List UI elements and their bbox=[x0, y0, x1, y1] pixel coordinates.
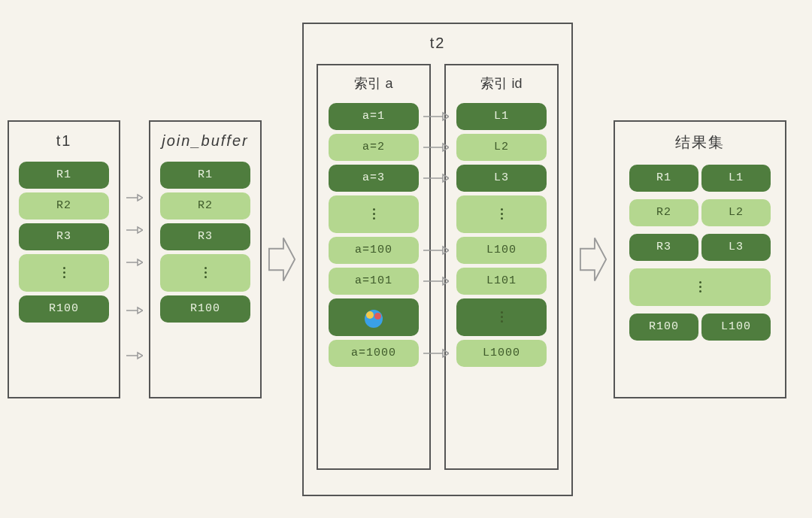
t1-row-1: R2 bbox=[19, 192, 109, 220]
result-row-2: R3L3 bbox=[629, 234, 771, 265]
panel-t2-title: t2 bbox=[430, 35, 446, 52]
index-a-row-5: a=101 bbox=[329, 268, 419, 295]
join-buffer-row-1-label: R2 bbox=[198, 199, 213, 212]
result-row-4-right-label: L100 bbox=[721, 320, 751, 333]
result-row-2-left: R3 bbox=[629, 234, 698, 261]
row-arrow-icon bbox=[423, 142, 449, 153]
index-id-row-2: L3 bbox=[456, 165, 547, 192]
result-row-0-left-label: R1 bbox=[656, 171, 671, 184]
index-a-row-3 bbox=[329, 195, 419, 233]
column-result: R1L1R2L2R3L3R100L100 bbox=[629, 165, 771, 348]
index-a-row-2: a=3 bbox=[329, 165, 419, 192]
result-row-2-right-label: L3 bbox=[729, 241, 744, 253]
index-a-row-1-label: a=2 bbox=[362, 141, 385, 153]
index-id-row-0: L1 bbox=[456, 103, 547, 130]
arrow-joinbuffer-to-t2 bbox=[268, 229, 296, 289]
panel-t1: t1 R1R2R3R100 bbox=[8, 120, 120, 398]
index-a-row-6 bbox=[329, 298, 419, 336]
panel-result-title: 结果集 bbox=[675, 132, 725, 153]
t1-row-4-label: R100 bbox=[49, 302, 79, 315]
index-a-title: 索引 a bbox=[354, 74, 392, 92]
join-buffer-row-3 bbox=[160, 254, 250, 292]
t1-row-4: R100 bbox=[19, 295, 109, 323]
result-row-4: R100L100 bbox=[629, 314, 771, 344]
row-arrow-icon bbox=[423, 173, 449, 183]
join-buffer-row-4: R100 bbox=[160, 295, 250, 323]
panel-join-buffer-title: join_buffer bbox=[162, 132, 248, 150]
result-row-3-left bbox=[629, 268, 771, 306]
index-id-row-4-label: L100 bbox=[486, 244, 517, 256]
result-row-1-right: L2 bbox=[701, 199, 771, 226]
panel-result: 结果集 R1L1R2L2R3L3R100L100 bbox=[614, 120, 786, 398]
panel-t1-title: t1 bbox=[56, 132, 72, 150]
index-a-row-4: a=100 bbox=[329, 237, 419, 264]
panel-t2: t2 索引 a a=1a=2a=3a=100a=101a=1000 索引 id … bbox=[302, 23, 573, 496]
panel-index-a: 索引 a a=1a=2a=3a=100a=101a=1000 bbox=[317, 64, 431, 470]
column-index-a: a=1a=2a=3a=100a=101a=1000 bbox=[329, 103, 419, 371]
arrows-t1-to-joinbuffer bbox=[126, 154, 143, 365]
result-row-2-left-label: R3 bbox=[656, 241, 671, 253]
result-row-3 bbox=[629, 268, 771, 310]
result-row-4-left-label: R100 bbox=[649, 320, 679, 333]
t1-row-0: R1 bbox=[19, 162, 109, 189]
result-row-1: R2L2 bbox=[629, 199, 771, 230]
panel-join-buffer: join_buffer R1R2R3R100 bbox=[149, 120, 262, 398]
arrow-t1-jb-3 bbox=[126, 304, 143, 314]
column-t1: R1R2R3R100 bbox=[19, 162, 109, 326]
result-row-4-right: L100 bbox=[701, 314, 771, 341]
result-row-1-right-label: L2 bbox=[729, 206, 744, 219]
t2-inner-row: 索引 a a=1a=2a=3a=100a=101a=1000 索引 id L1L… bbox=[317, 64, 559, 470]
index-id-row-7: L1000 bbox=[456, 340, 547, 367]
join-buffer-row-2-label: R3 bbox=[198, 230, 213, 243]
join-buffer-row-4-label: R100 bbox=[190, 302, 220, 315]
index-a-row-7-label: a=1000 bbox=[351, 347, 396, 359]
row-arrow-icon bbox=[423, 348, 449, 359]
watermark-icon bbox=[365, 310, 383, 328]
index-id-row-7-label: L1000 bbox=[483, 347, 520, 359]
result-row-0-right: L1 bbox=[701, 165, 771, 192]
index-id-row-0-label: L1 bbox=[494, 110, 509, 123]
row-arrow-icon bbox=[423, 111, 449, 122]
row-arrow-icon bbox=[423, 245, 449, 256]
t1-row-2: R3 bbox=[19, 223, 109, 250]
index-id-row-6 bbox=[456, 298, 547, 336]
arrow-t1-jb-1 bbox=[126, 224, 143, 233]
t1-row-0-label: R1 bbox=[56, 168, 71, 181]
index-a-row-5-label: a=101 bbox=[355, 274, 392, 287]
index-a-row-0-label: a=1 bbox=[362, 110, 385, 123]
result-row-4-left: R100 bbox=[629, 314, 698, 341]
index-id-row-5-label: L101 bbox=[486, 274, 517, 287]
result-row-1-left-label: R2 bbox=[656, 206, 671, 219]
arrow-t1-jb-2 bbox=[126, 256, 143, 265]
join-buffer-row-2: R3 bbox=[160, 223, 250, 250]
index-id-row-3 bbox=[456, 195, 547, 233]
result-row-2-right: L3 bbox=[701, 234, 771, 261]
index-id-row-5: L101 bbox=[456, 268, 547, 295]
join-buffer-row-0-label: R1 bbox=[198, 168, 213, 181]
column-index-id: L1L2L3L100L101L1000 bbox=[456, 103, 547, 371]
arrow-t1-jb-4 bbox=[126, 350, 143, 359]
arrow-t2-to-result bbox=[579, 229, 607, 289]
result-row-0: R1L1 bbox=[629, 165, 771, 195]
index-a-row-0: a=1 bbox=[329, 103, 419, 130]
result-row-0-left: R1 bbox=[629, 165, 698, 192]
index-id-title: 索引 id bbox=[480, 74, 522, 92]
index-a-row-4-label: a=100 bbox=[355, 244, 392, 256]
column-join-buffer: R1R2R3R100 bbox=[160, 162, 250, 326]
index-id-row-1: L2 bbox=[456, 134, 547, 161]
t1-row-3 bbox=[19, 254, 109, 292]
t1-row-1-label: R2 bbox=[56, 199, 71, 212]
join-buffer-row-0: R1 bbox=[160, 162, 250, 189]
t1-row-2-label: R3 bbox=[56, 230, 71, 243]
row-arrow-icon bbox=[423, 276, 449, 286]
result-row-1-left: R2 bbox=[629, 199, 698, 226]
index-a-row-1: a=2 bbox=[329, 134, 419, 161]
index-a-row-7: a=1000 bbox=[329, 340, 419, 367]
index-id-row-4: L100 bbox=[456, 237, 547, 264]
index-id-row-1-label: L2 bbox=[494, 141, 509, 153]
index-a-row-2-label: a=3 bbox=[362, 171, 385, 184]
index-id-row-2-label: L3 bbox=[494, 171, 509, 184]
result-row-0-right-label: L1 bbox=[729, 171, 744, 184]
join-buffer-row-1: R2 bbox=[160, 192, 250, 220]
arrow-t1-jb-0 bbox=[126, 192, 143, 201]
